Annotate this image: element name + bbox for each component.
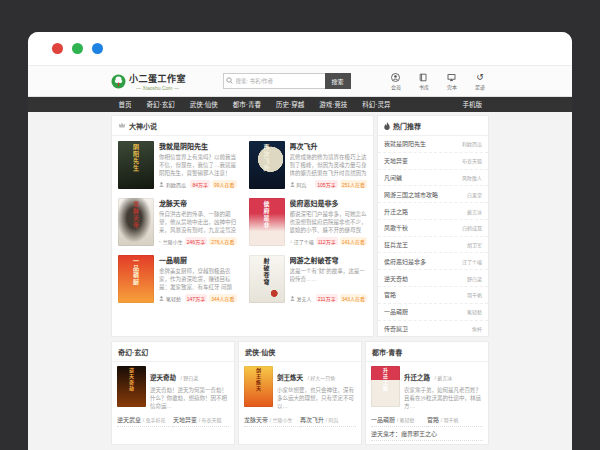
book-author[interactable]: 笔轻愁 [159,295,183,302]
author-icon [290,296,295,301]
category-panel: 武侠·仙侠 剑王炼天 剑王炼天 / 好大一只鱼 小家伙想要，也只会神往，深有多么… [238,341,362,445]
book-author[interactable]: 兰陵小生 [159,238,183,245]
hot-list-item[interactable]: 逆天奇劫 野白菜 [378,270,488,287]
book-description: 这是一个有“财”的故事，这是一段传奇…… [290,267,368,292]
book-title[interactable]: 升迁之路 [404,374,430,381]
book-link[interactable]: 一品萌厨 / 笔轻愁 [371,413,427,427]
book-cover[interactable]: 再次飞升 [249,141,285,189]
book-link[interactable]: 官路 / 羽千帆 [427,413,483,427]
hot-book-title[interactable]: 一品萌厨 [384,307,408,316]
book-card[interactable]: 一品萌厨 一品萌厨 金牌美女厨师，穿越到极品农家，作为资深吃货，赚钱目标是：发家… [112,250,243,307]
hot-list-item[interactable]: 凤歌千秋 白鹤成双 [378,220,488,237]
book-author[interactable]: 阿兵 [290,181,314,188]
hot-book-title[interactable]: 网游三国之城市攻略 [384,190,438,199]
book-card[interactable]: 侯府是非 侯府恶妇是非多 都说深宅门户是非多，可她怎么也没想到侯府后院是非也不少… [243,193,374,250]
nav-item[interactable]: 游戏·竞技 [312,97,355,112]
book-author[interactable]: 汪了个喵 [290,238,314,245]
search-button[interactable]: 搜索 [325,73,351,89]
hot-list-item[interactable]: 侯府恶妇是非多 汪了个喵 [378,253,488,270]
book-card[interactable]: 再次飞升 再次飞升 武修成熟的修为境界在极巧上达到了极峰，但因为灵魂力量与身体的… [243,136,374,193]
hot-list-item[interactable]: 狂兵龙王 胡卫军 [378,237,488,254]
book-card[interactable]: 射破苍穹 网游之射破苍穹 这是一个有“财”的故事，这是一段传奇…… 发夫人 [243,250,374,307]
header-quick-links: 会员 书库 完本 ↺ [387,73,489,90]
book-cover[interactable]: 剑王炼天 [244,366,273,407]
hot-list-item[interactable]: 天地异变 布衣天狐 [378,153,488,170]
readers-badge: 343人在看 [340,294,367,302]
book-card[interactable]: 龙脉天帝 龙脉天帝 传自洪古老的传承、一脉的期望，他从禁地中走出，凶神中归来，风… [112,193,243,250]
hot-list-item[interactable]: 升迁之路 戴言冰 [378,203,488,220]
category-panel: 奇幻·玄幻 逆天奇劫 逆天奇劫 / 野白菜 逆天奇劫！逆天为何第一奇劫！什么？你… [111,341,235,445]
hot-list-item[interactable]: 凡间魃 风吹散人 [378,170,488,187]
word-count-badge: 84万字 [190,180,210,188]
hot-book-title[interactable]: 传奇扈卫 [384,324,408,333]
book-cover[interactable]: 一品萌厨 [118,255,154,303]
category-featured-book[interactable]: 剑王炼天 剑王炼天 / 好大一只鱼 小家伙想要，也只会神往，深有多么远大的理想，… [239,362,361,413]
category-header: 都市·青春 [366,342,488,362]
book-author[interactable]: 发夫人 [290,295,314,302]
category-panel: 都市·青春 升迁之路 升迁之路 / 戴言冰 农家寒子弟，如何是凡老百姓？且看在沙… [365,341,489,445]
category-featured-book[interactable]: 逆天奇劫 逆天奇劫 / 野白菜 逆天奇劫！逆天为何第一奇劫！什么？你敢劫，想搞你… [112,362,234,413]
hot-book-title[interactable]: 凡间魃 [384,173,402,182]
nav-item[interactable]: 武侠·仙侠 [182,97,225,112]
readers-badge: 141人在看 [340,237,367,245]
window-minimize-dot[interactable] [72,43,83,54]
book-link[interactable]: 再次飞升 / 阿兵 [300,413,356,427]
readers-badge: 276人在看 [209,237,236,245]
nav-item[interactable]: 都市·青春 [225,97,268,112]
nav-item-mobile[interactable]: 手机版 [456,97,490,112]
category-featured-book[interactable]: 升迁之路 升迁之路 / 戴言冰 农家寒子弟，如何是凡老百姓？且看在沙粒沃黑的仕途… [366,362,488,413]
site-subtitle: — Xiaoshu.Com — [129,85,186,91]
hot-book-title[interactable]: 天地异变 [384,156,408,165]
hot-list-item[interactable]: 官路 羽千帆 [378,287,488,304]
library-link[interactable]: 书库 [415,73,433,90]
site-logo[interactable]: 小二蛋工作室 — Xiaoshu.Com — [111,72,186,91]
finished-link[interactable]: 完本 [443,73,461,90]
hot-list-item[interactable]: 一品萌厨 笔轻愁 [378,304,488,321]
nav-item[interactable]: 首页 [111,97,139,112]
hot-book-author: 鱼杆 [472,325,482,332]
hot-book-title[interactable]: 我就是阴阳先生 [384,139,426,148]
book-description: 武修成熟的修为境界在极巧上达到了极峰，但因为灵魂力量与身体的躯壳结果在飞升时竟然… [290,153,368,178]
main-nav: 首页奇幻·玄幻武侠·仙侠都市·青春历史·穿越游戏·竞技科幻·灵异 手机版 [28,97,572,112]
nav-item[interactable]: 历史·穿越 [269,97,312,112]
category-header: 武侠·仙侠 [239,342,361,362]
book-link[interactable]: 逆天鬼才：魔界邪王之心 [371,427,483,441]
search-input[interactable] [223,73,325,89]
book-author[interactable]: 利欧西瓜 [159,181,188,188]
site-title: 小二蛋工作室 [129,72,186,85]
book-cover[interactable]: 升迁之路 [371,366,400,407]
book-title[interactable]: 逆天奇劫 [150,374,176,381]
nav-item[interactable]: 奇幻·玄幻 [139,97,182,112]
hot-list-item[interactable]: 传奇扈卫 鱼杆 [378,321,488,337]
hot-book-title[interactable]: 狂兵龙王 [384,240,408,249]
book-card[interactable]: 阴阳先生 我就是阴阳先生 你相信世界上有鬼吗？以前我当不信，但现在，我信了…我就… [112,136,243,193]
book-title[interactable]: 我就是阴阳先生 [159,141,237,151]
nav-item[interactable]: 科幻·灵异 [355,97,398,112]
hot-book-title[interactable]: 升迁之路 [384,207,408,216]
member-link[interactable]: 会员 [387,73,405,90]
book-title[interactable]: 侯府恶妇是非多 [290,198,368,208]
window-maximize-dot[interactable] [92,43,103,54]
book-title[interactable]: 网游之射破苍穹 [290,255,368,265]
book-title[interactable]: 再次飞升 [290,141,368,151]
history-link[interactable]: ↺ 足迹 [471,73,489,90]
book-cover[interactable]: 阴阳先生 [118,141,154,189]
book-link[interactable]: 逆天武皇 / 鬼手折花 [117,413,173,427]
book-cover[interactable]: 射破苍穹 [249,255,285,303]
book-title[interactable]: 剑王炼天 [277,374,303,381]
hot-book-title[interactable]: 侯府恶妇是非多 [384,257,426,266]
book-cover[interactable]: 龙脉天帝 [118,198,154,246]
hot-book-title[interactable]: 凤歌千秋 [384,223,408,232]
hot-list-item[interactable]: 我就是阴阳先生 利欧西瓜 [378,136,488,153]
hot-list-item[interactable]: 网游三国之城市攻略 白果堂 [378,186,488,203]
book-cover[interactable]: 逆天奇劫 [117,366,146,407]
hot-book-title[interactable]: 逆天奇劫 [384,274,408,283]
hot-book-title[interactable]: 官路 [384,290,396,299]
window-close-dot[interactable] [52,43,63,54]
book-title[interactable]: 龙脉天帝 [159,198,237,208]
book-cover[interactable]: 侯府是非 [249,198,285,246]
word-count-badge: 211万字 [316,294,338,302]
book-title[interactable]: 一品萌厨 [159,255,237,265]
book-link[interactable]: 天地异变 / 布衣天狐 [173,413,229,427]
book-link[interactable]: 龙脉天帝 / 兰陵小生 [244,413,300,427]
